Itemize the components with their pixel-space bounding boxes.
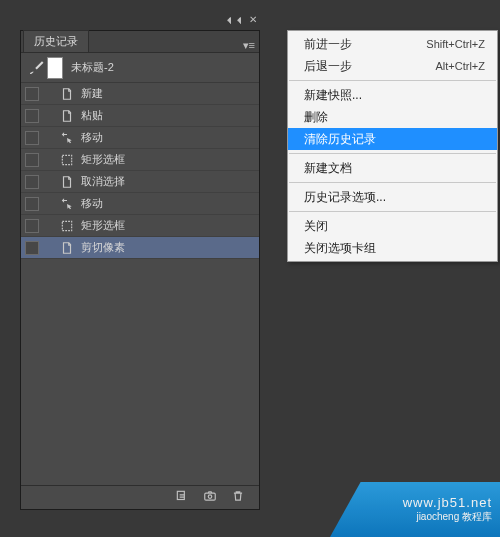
watermark: www.jb51.net jiaocheng 教程库 (330, 482, 500, 537)
panel-close-icon[interactable]: ✕ (249, 14, 257, 25)
history-row-label: 矩形选框 (81, 152, 125, 167)
watermark-line1: www.jb51.net (403, 495, 492, 510)
move-icon (59, 130, 75, 146)
menu-item-label: 清除历史记录 (304, 131, 485, 148)
history-visibility-toggle[interactable] (25, 87, 39, 101)
history-visibility-toggle[interactable] (25, 219, 39, 233)
menu-item[interactable]: 新建快照... (288, 84, 497, 106)
history-row-label: 新建 (81, 86, 103, 101)
history-visibility-toggle[interactable] (25, 175, 39, 189)
history-visibility-toggle[interactable] (25, 109, 39, 123)
panel-menu-icon[interactable]: ▾≡ (243, 39, 255, 52)
snapshot-thumbnail (47, 57, 63, 79)
history-visibility-toggle[interactable] (25, 131, 39, 145)
watermark-line2: jiaocheng 教程库 (416, 510, 492, 524)
history-row-label: 剪切像素 (81, 240, 125, 255)
tab-history[interactable]: 历史记录 (23, 30, 89, 52)
history-row-label: 移动 (81, 130, 103, 145)
history-row[interactable]: 矩形选框 (21, 215, 259, 237)
doc-icon (59, 174, 75, 190)
menu-item-label: 后退一步 (304, 58, 435, 75)
svg-rect-1 (62, 221, 71, 230)
menu-item-label: 关闭 (304, 218, 485, 235)
menu-item-shortcut: Shift+Ctrl+Z (426, 38, 485, 50)
menu-item-label: 关闭选项卡组 (304, 240, 485, 257)
history-row[interactable]: 粘贴 (21, 105, 259, 127)
panel-footer (21, 485, 259, 509)
history-row[interactable]: 剪切像素 (21, 237, 259, 259)
marq-icon (59, 218, 75, 234)
menu-separator (289, 153, 496, 154)
new-doc-from-state-icon[interactable] (175, 489, 189, 507)
history-visibility-toggle[interactable] (25, 241, 39, 255)
history-row-label: 取消选择 (81, 174, 125, 189)
doc-icon (59, 86, 75, 102)
history-row-label: 矩形选框 (81, 218, 125, 233)
svg-rect-0 (62, 155, 71, 164)
doc-icon (59, 108, 75, 124)
menu-item[interactable]: 新建文档 (288, 157, 497, 179)
menu-separator (289, 182, 496, 183)
history-row-label: 粘贴 (81, 108, 103, 123)
menu-item[interactable]: 关闭选项卡组 (288, 237, 497, 259)
marq-icon (59, 152, 75, 168)
history-row-label: 移动 (81, 196, 103, 211)
trash-icon[interactable] (231, 489, 245, 507)
menu-item-shortcut: Alt+Ctrl+Z (435, 60, 485, 72)
history-visibility-toggle[interactable] (25, 197, 39, 211)
menu-item[interactable]: 历史记录选项... (288, 186, 497, 208)
history-row[interactable]: 矩形选框 (21, 149, 259, 171)
svg-point-4 (208, 494, 212, 498)
menu-item-label: 前进一步 (304, 36, 426, 53)
menu-item[interactable]: 前进一步Shift+Ctrl+Z (288, 33, 497, 55)
menu-item[interactable]: 后退一步Alt+Ctrl+Z (288, 55, 497, 77)
menu-item[interactable]: 关闭 (288, 215, 497, 237)
panel-controls: ⏴⏴ ✕ (225, 14, 257, 25)
menu-separator (289, 211, 496, 212)
history-panel: ⏴⏴ ✕ 历史记录 ▾≡ 未标题-2 新建粘贴移动矩形选框取消选择移动矩形选框剪… (20, 30, 260, 510)
menu-item-label: 新建文档 (304, 160, 485, 177)
move-icon (59, 196, 75, 212)
svg-rect-3 (205, 493, 216, 500)
snapshot-row[interactable]: 未标题-2 (21, 53, 259, 83)
panel-tabbar: 历史记录 ▾≡ (21, 31, 259, 53)
menu-item-label: 新建快照... (304, 87, 485, 104)
menu-separator (289, 80, 496, 81)
doc-icon (59, 240, 75, 256)
history-row[interactable]: 移动 (21, 127, 259, 149)
history-row[interactable]: 移动 (21, 193, 259, 215)
menu-item[interactable]: 删除 (288, 106, 497, 128)
snapshot-camera-icon[interactable] (203, 489, 217, 507)
history-list: 新建粘贴移动矩形选框取消选择移动矩形选框剪切像素 (21, 83, 259, 259)
history-row[interactable]: 新建 (21, 83, 259, 105)
menu-item-label: 历史记录选项... (304, 189, 485, 206)
menu-item[interactable]: 清除历史记录 (288, 128, 497, 150)
brush-icon (27, 59, 45, 77)
history-visibility-toggle[interactable] (25, 153, 39, 167)
history-context-menu: 前进一步Shift+Ctrl+Z后退一步Alt+Ctrl+Z新建快照...删除清… (287, 30, 498, 262)
svg-rect-2 (177, 491, 184, 499)
history-row[interactable]: 取消选择 (21, 171, 259, 193)
menu-item-label: 删除 (304, 109, 485, 126)
panel-collapse-icon[interactable]: ⏴⏴ (225, 14, 245, 25)
snapshot-label: 未标题-2 (71, 60, 114, 75)
